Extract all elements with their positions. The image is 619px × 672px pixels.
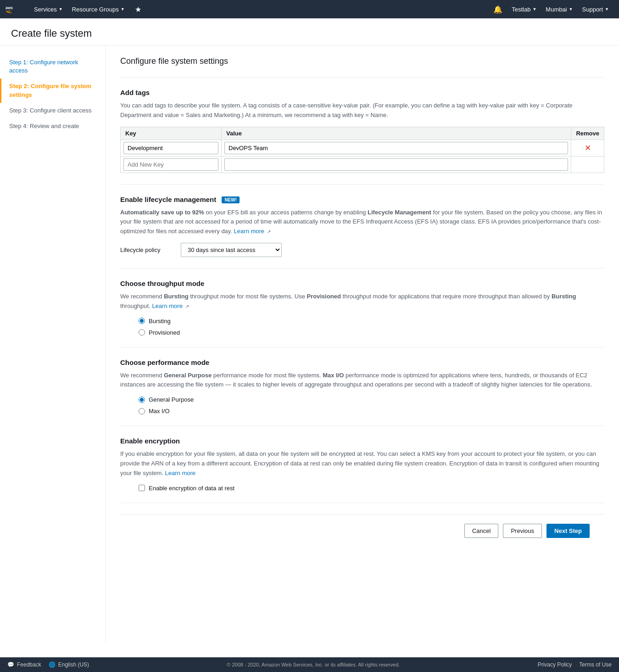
performance-gp-input[interactable] bbox=[139, 397, 145, 403]
performance-description: We recommend General Purpose performance… bbox=[120, 371, 604, 390]
tag-remove-cell: ✕ bbox=[571, 140, 604, 156]
sidebar: Step 1: Configure network access Step 2:… bbox=[0, 45, 106, 642]
encryption-section: Enable encryption If you enable encrypti… bbox=[120, 437, 604, 491]
nav-services[interactable]: Services ▼ bbox=[29, 0, 67, 18]
throughput-bursting2-highlight: Bursting bbox=[552, 293, 576, 300]
language-button[interactable]: 🌐 English (US) bbox=[49, 661, 89, 668]
nav-resource-groups[interactable]: Resource Groups ▼ bbox=[67, 0, 129, 18]
language-label: English (US) bbox=[58, 661, 89, 668]
remove-tag-button-1[interactable]: ✕ bbox=[585, 143, 591, 153]
throughput-provisioned-label: Provisioned bbox=[149, 329, 180, 336]
performance-maxio-highlight: Max I/O bbox=[323, 372, 344, 379]
encryption-checkbox[interactable]: Enable encryption of data at rest bbox=[120, 485, 604, 492]
lifecycle-mgmt-highlight: Lifecycle Management bbox=[368, 209, 431, 216]
performance-gp-label: General Purpose bbox=[149, 396, 194, 403]
tag-key-input-new[interactable] bbox=[123, 158, 218, 171]
page-body: Step 1: Configure network access Step 2:… bbox=[0, 45, 619, 642]
performance-maxio-radio[interactable]: Max I/O bbox=[139, 408, 604, 414]
new-badge: NEW! bbox=[222, 196, 240, 203]
copyright-text: © 2008 - 2020, Amazon Web Services, Inc.… bbox=[227, 662, 400, 667]
page-title: Create file system bbox=[11, 28, 608, 39]
tag-key-input-1[interactable] bbox=[123, 142, 218, 154]
performance-maxio-input[interactable] bbox=[139, 408, 145, 414]
aws-logo[interactable]: aws bbox=[6, 4, 22, 14]
tags-table: Key Value Remove bbox=[120, 127, 604, 173]
divider-encryption bbox=[120, 426, 604, 426]
nav-bell-icon[interactable]: 🔔 bbox=[489, 5, 507, 14]
lifecycle-policy-label: Lifecycle policy bbox=[120, 246, 175, 253]
next-step-button[interactable]: Next Step bbox=[547, 524, 590, 538]
divider-throughput bbox=[120, 268, 604, 269]
page-wrapper: Create file system Step 1: Configure net… bbox=[0, 18, 619, 672]
bottom-bar-left: 💬 Feedback 🌐 English (US) bbox=[7, 661, 89, 668]
top-nav: aws Services ▼ Resource Groups ▼ ★ 🔔 Tes… bbox=[0, 0, 619, 18]
throughput-description: We recommend Bursting throughput mode fo… bbox=[120, 292, 604, 311]
throughput-bursting-input[interactable] bbox=[139, 318, 145, 324]
throughput-external-icon: ↗ bbox=[185, 304, 189, 309]
sidebar-step-3: Step 3: Configure client access bbox=[0, 103, 105, 118]
throughput-bursting-label: Bursting bbox=[149, 318, 171, 325]
lifecycle-policy-row: Lifecycle policy None 14 days since last… bbox=[120, 243, 604, 257]
divider-performance bbox=[120, 347, 604, 347]
tag-value-input-1[interactable] bbox=[224, 142, 568, 154]
page-header: Create file system bbox=[0, 18, 619, 45]
terms-of-use-link[interactable]: Terms of Use bbox=[579, 661, 612, 668]
performance-gp-radio[interactable]: General Purpose bbox=[139, 396, 604, 403]
encryption-learn-more-link[interactable]: Learn more bbox=[165, 470, 195, 476]
throughput-provisioned-input[interactable] bbox=[139, 329, 145, 336]
encryption-checkbox-input[interactable] bbox=[139, 485, 145, 491]
bottom-bar-center: © 2008 - 2020, Amazon Web Services, Inc.… bbox=[89, 662, 538, 667]
throughput-bursting-highlight: Bursting bbox=[164, 293, 188, 300]
tag-key-new-cell bbox=[121, 156, 222, 173]
lifecycle-description: Automatically save up to 92% on your EFS… bbox=[120, 208, 604, 236]
main-content: Configure file system settings Add tags … bbox=[106, 45, 619, 642]
resource-groups-caret: ▼ bbox=[121, 7, 125, 11]
lifecycle-title: Enable lifecycle management NEW! bbox=[120, 196, 604, 203]
encryption-title: Enable encryption bbox=[120, 437, 604, 445]
nav-right-section: 🔔 Testlab ▼ Mumbai ▼ Support ▼ bbox=[489, 0, 613, 18]
col-value: Value bbox=[222, 127, 571, 140]
footer-actions: Cancel Previous Next Step bbox=[120, 514, 604, 547]
feedback-label: Feedback bbox=[17, 661, 41, 668]
section-title: Configure file system settings bbox=[120, 56, 604, 66]
tag-value-new-cell bbox=[222, 156, 571, 173]
encryption-description: If you enable encryption for your file s… bbox=[120, 449, 604, 478]
nav-support[interactable]: Support ▼ bbox=[578, 0, 613, 18]
performance-radio-group: General Purpose Max I/O bbox=[120, 396, 604, 414]
sidebar-step-1[interactable]: Step 1: Configure network access bbox=[0, 55, 105, 78]
nav-mumbai[interactable]: Mumbai ▼ bbox=[541, 0, 577, 18]
sidebar-step-4: Step 4: Review and create bbox=[0, 118, 105, 134]
lifecycle-learn-more-link[interactable]: Learn more bbox=[234, 228, 264, 235]
encryption-checkbox-label: Enable encryption of data at rest bbox=[149, 485, 234, 492]
feedback-button[interactable]: 💬 Feedback bbox=[7, 661, 41, 668]
tag-remove-new-cell bbox=[571, 156, 604, 173]
support-caret: ▼ bbox=[605, 7, 609, 11]
privacy-policy-link[interactable]: Privacy Policy bbox=[538, 661, 572, 668]
sidebar-step-2[interactable]: Step 2: Configure file system settings bbox=[0, 78, 105, 102]
throughput-learn-more-link[interactable]: Learn more bbox=[152, 302, 182, 309]
lifecycle-policy-select[interactable]: None 14 days since last access 30 days s… bbox=[181, 243, 282, 257]
add-tags-title: Add tags bbox=[120, 89, 604, 96]
previous-button[interactable]: Previous bbox=[503, 524, 542, 538]
col-key: Key bbox=[121, 127, 222, 140]
bottom-bar: 💬 Feedback 🌐 English (US) © 2008 - 2020,… bbox=[0, 657, 619, 672]
tag-value-cell bbox=[222, 140, 571, 156]
feedback-icon: 💬 bbox=[7, 661, 14, 668]
services-caret: ▼ bbox=[59, 7, 63, 11]
globe-icon: 🌐 bbox=[49, 661, 56, 668]
svg-text:aws: aws bbox=[6, 6, 13, 10]
divider-footer bbox=[120, 503, 604, 503]
throughput-provisioned-radio[interactable]: Provisioned bbox=[139, 329, 604, 336]
nav-favorites-star[interactable]: ★ bbox=[131, 0, 145, 18]
lifecycle-section: Enable lifecycle management NEW! Automat… bbox=[120, 196, 604, 257]
lifecycle-external-icon: ↗ bbox=[267, 229, 271, 234]
divider-lifecycle bbox=[120, 184, 604, 185]
throughput-bursting-radio[interactable]: Bursting bbox=[139, 318, 604, 325]
nav-testlab[interactable]: Testlab ▼ bbox=[507, 0, 541, 18]
throughput-section: Choose throughput mode We recommend Burs… bbox=[120, 280, 604, 336]
table-row: ✕ bbox=[121, 140, 604, 156]
throughput-radio-group: Bursting Provisioned bbox=[120, 318, 604, 336]
tag-value-input-new[interactable] bbox=[224, 158, 568, 171]
top-divider bbox=[120, 77, 604, 78]
cancel-button[interactable]: Cancel bbox=[464, 524, 498, 538]
